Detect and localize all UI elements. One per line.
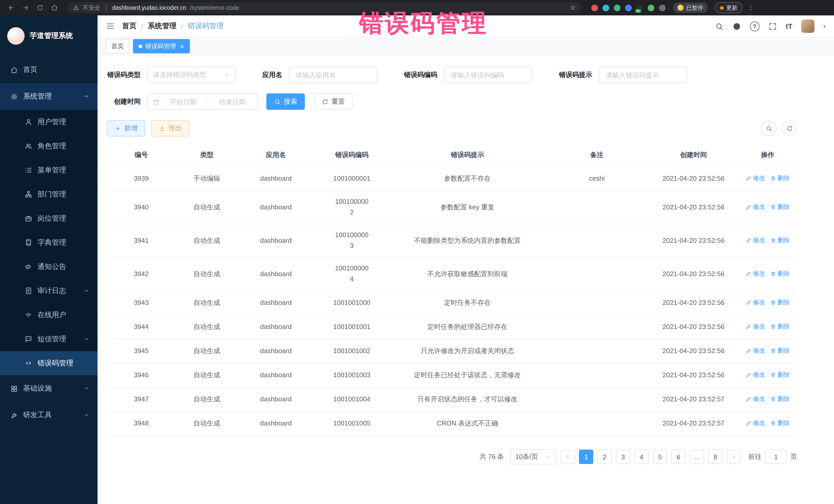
trash-icon xyxy=(770,237,776,243)
app-logo[interactable]: 芋道管理系统 xyxy=(0,15,97,57)
start-date-input[interactable] xyxy=(163,97,203,106)
extension-icon[interactable] xyxy=(659,4,666,11)
edit-icon xyxy=(746,271,751,277)
cell-app: dashboard xyxy=(238,266,314,282)
extension-icon[interactable]: on xyxy=(636,4,643,11)
back-icon[interactable] xyxy=(5,2,18,14)
chevron-down-icon[interactable]: ▾ xyxy=(823,23,826,29)
add-button[interactable]: 新增 xyxy=(107,120,145,136)
date-range-picker[interactable]: - xyxy=(147,93,258,110)
edit-link[interactable]: 修改 xyxy=(746,322,765,331)
bookmark-star-icon[interactable] xyxy=(570,5,576,11)
tab-首页[interactable]: 首页 xyxy=(106,39,129,53)
fullscreen-icon[interactable] xyxy=(768,22,777,30)
delete-link[interactable]: 删除 xyxy=(770,298,790,307)
search-button[interactable]: 搜索 xyxy=(266,93,305,110)
extension-icon[interactable] xyxy=(625,4,632,11)
cell-type: 自动生成 xyxy=(176,266,238,282)
sidebar-item-user[interactable]: 用户管理 xyxy=(0,110,97,134)
search-icon[interactable] xyxy=(715,22,724,30)
sidebar-item-system[interactable]: 系统管理 xyxy=(0,83,97,110)
delete-link[interactable]: 删除 xyxy=(770,236,790,245)
edit-link[interactable]: 修改 xyxy=(746,418,765,428)
sidebar-item-post[interactable]: 岗位管理 xyxy=(0,206,97,231)
collapse-sidebar-icon[interactable] xyxy=(106,22,115,31)
extension-icon[interactable] xyxy=(591,4,598,11)
error-code-input[interactable] xyxy=(449,70,527,79)
extension-icon[interactable] xyxy=(614,4,620,11)
breadcrumb-item[interactable]: 首页 xyxy=(122,22,136,31)
edit-link[interactable]: 修改 xyxy=(746,202,765,212)
page-button-8[interactable]: 8 xyxy=(708,450,723,464)
refresh-table-button[interactable] xyxy=(782,120,797,136)
page-button-1[interactable]: 1 xyxy=(579,450,593,464)
app-name-input[interactable] xyxy=(294,70,372,79)
user-avatar[interactable] xyxy=(801,20,814,33)
next-page-button[interactable] xyxy=(727,450,741,464)
edit-link[interactable]: 修改 xyxy=(746,370,765,379)
edit-link[interactable]: 修改 xyxy=(746,298,765,307)
sidebar-item-online[interactable]: 在线用户 xyxy=(0,303,97,327)
tools-icon xyxy=(10,411,18,419)
sidebar-item-label: 短信管理 xyxy=(38,334,66,344)
page-button-3[interactable]: 3 xyxy=(616,450,630,464)
goto-page-input[interactable] xyxy=(765,450,787,464)
delete-link[interactable]: 删除 xyxy=(770,202,790,212)
edit-link[interactable]: 修改 xyxy=(746,394,765,403)
help-icon[interactable]: ? xyxy=(750,21,760,31)
toggle-search-button[interactable] xyxy=(761,120,776,136)
sidebar-item-tools[interactable]: 研发工具 xyxy=(0,402,97,429)
error-hint-input[interactable] xyxy=(605,70,682,79)
page-size-select[interactable]: 10条/页 xyxy=(510,449,556,464)
sidebar-item-dict[interactable]: 字典管理 xyxy=(0,231,97,255)
sidebar-item-infra[interactable]: 基础设施 xyxy=(0,375,97,402)
sidebar-item-role[interactable]: 角色管理 xyxy=(0,134,97,158)
reset-button[interactable]: 重置 xyxy=(314,93,353,110)
prev-page-button[interactable] xyxy=(561,450,575,464)
error-type-select[interactable]: 请选择错误码类型 xyxy=(147,67,236,83)
delete-link[interactable]: 删除 xyxy=(770,370,790,379)
close-icon[interactable]: × xyxy=(180,43,184,49)
sidebar-item-dept[interactable]: 部门管理 xyxy=(0,182,97,206)
end-date-input[interactable] xyxy=(212,97,253,106)
cell-app: dashboard xyxy=(238,391,314,408)
goto-label: 前往 xyxy=(748,452,762,461)
page-button-2[interactable]: 2 xyxy=(597,450,612,464)
security-label[interactable]: 不安全 xyxy=(83,4,100,12)
sidebar-item-audit[interactable]: 审计日志 xyxy=(0,279,97,303)
github-icon[interactable] xyxy=(732,22,741,30)
font-size-icon[interactable]: tT xyxy=(786,22,792,30)
delete-link[interactable]: 删除 xyxy=(770,174,790,183)
sidebar-item-sms[interactable]: 短信管理 xyxy=(0,327,97,351)
edit-link[interactable]: 修改 xyxy=(746,269,765,278)
delete-link[interactable]: 删除 xyxy=(770,394,790,403)
update-chip[interactable]: 更新 xyxy=(715,2,743,13)
sidebar-item-menu[interactable]: 菜单管理 xyxy=(0,158,97,182)
forward-icon[interactable] xyxy=(20,2,32,14)
sidebar-item-errorcode[interactable]: 错误码管理 xyxy=(0,351,97,375)
page-button-...[interactable]: ... xyxy=(690,450,704,464)
paused-chip[interactable]: 已暂停 xyxy=(673,3,708,13)
tab-错误码管理[interactable]: 错误码管理× xyxy=(133,39,190,53)
home-icon[interactable] xyxy=(48,2,61,14)
delete-link[interactable]: 删除 xyxy=(770,322,790,331)
address-bar[interactable]: 不安全 | dashboard.yudao.iocoder.cn/system/… xyxy=(67,2,582,13)
export-button[interactable]: 导出 xyxy=(151,120,190,136)
sidebar-item-home[interactable]: 首页 xyxy=(0,57,97,83)
page-button-4[interactable]: 4 xyxy=(634,450,649,464)
breadcrumb-item[interactable]: 系统管理 xyxy=(148,22,177,31)
browser-menu-icon[interactable] xyxy=(745,2,757,14)
extension-icon[interactable] xyxy=(602,4,609,11)
edit-link[interactable]: 修改 xyxy=(746,236,765,245)
delete-link[interactable]: 删除 xyxy=(770,269,790,278)
pagination-total: 共 76 条 xyxy=(480,452,504,461)
delete-link[interactable]: 删除 xyxy=(770,418,790,428)
delete-link[interactable]: 删除 xyxy=(770,346,790,355)
page-button-6[interactable]: 6 xyxy=(671,450,686,464)
extension-icon[interactable] xyxy=(648,4,654,11)
edit-link[interactable]: 修改 xyxy=(746,174,765,183)
reload-icon[interactable] xyxy=(34,2,46,14)
page-button-5[interactable]: 5 xyxy=(653,450,667,464)
sidebar-item-notice[interactable]: 通知公告 xyxy=(0,255,97,279)
edit-link[interactable]: 修改 xyxy=(746,346,765,355)
